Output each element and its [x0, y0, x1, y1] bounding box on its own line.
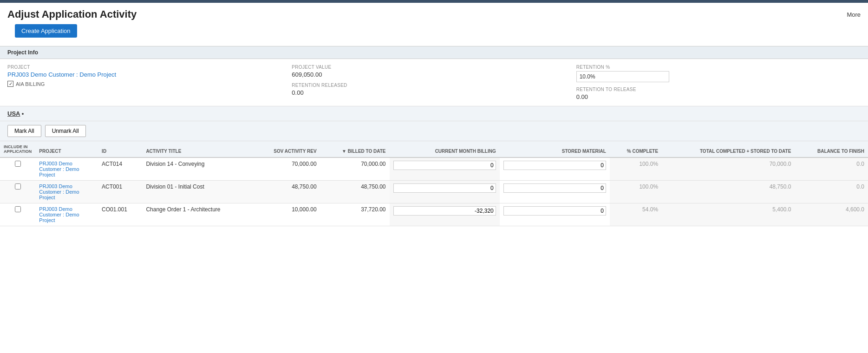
stored-material-input[interactable] [503, 206, 606, 216]
project-label: PROJECT [7, 65, 292, 70]
col-include: INCLUDE IN APPLICATION [0, 141, 35, 157]
row-total-completed: 48,750.0 [662, 181, 795, 203]
row-stored-material[interactable] [500, 157, 610, 181]
retention-pct-label: RETENTION % [576, 65, 861, 70]
row-stored-material[interactable] [500, 203, 610, 226]
sort-indicator: ▼ [342, 149, 348, 154]
more-link[interactable]: More [847, 8, 861, 18]
current-month-input[interactable] [393, 206, 496, 216]
table-row: PRJ003 Demo Customer : Demo Project ACT0… [0, 157, 868, 181]
col-stored-material: STORED MATERIAL [500, 141, 610, 157]
country-dot: • [22, 110, 24, 117]
row-checkbox-cell[interactable] [0, 157, 35, 181]
project-value[interactable]: PRJ003 Demo Customer : Demo Project [7, 71, 292, 78]
project-value-label: PROJECT VALUE [292, 65, 576, 70]
aia-billing-label: AIA BILLING [16, 81, 45, 87]
activity-table: INCLUDE IN APPLICATION PROJECT ID ACTIVI… [0, 141, 868, 226]
row-checkbox[interactable] [15, 161, 21, 167]
row-sov: 10,000.00 [253, 203, 320, 226]
create-application-button[interactable]: Create Application [15, 24, 77, 38]
country-label[interactable]: USA [7, 110, 20, 117]
col-id: ID [98, 141, 142, 157]
aia-billing-checkbox[interactable] [7, 81, 13, 87]
row-activity-title: Division 14 - Conveying [142, 157, 252, 181]
row-checkbox[interactable] [15, 206, 21, 212]
table-row: PRJ003 Demo Customer : Demo Project CO01… [0, 203, 868, 226]
row-id: ACT014 [98, 157, 142, 181]
row-balance: 4,600.0 [795, 203, 868, 226]
stored-material-input[interactable] [503, 161, 606, 170]
row-sov: 70,000.00 [253, 157, 320, 181]
col-total-completed: TOTAL COMPLETED + STORED TO DATE [662, 141, 795, 157]
row-total-completed: 5,400.0 [662, 203, 795, 226]
retention-pct-input[interactable] [576, 71, 669, 82]
col-balance: BALANCE TO FINISH [795, 141, 868, 157]
current-month-input[interactable] [393, 161, 496, 170]
row-billed: 70,000.00 [320, 157, 390, 181]
col-pct-complete: % COMPLETE [610, 141, 662, 157]
col-current-month: CURRENT MONTH BILLING [390, 141, 500, 157]
retention-released-label: RETENTION RELEASED [292, 83, 576, 88]
retention-released-amount: 0.00 [292, 89, 576, 96]
row-current-month[interactable] [390, 181, 500, 203]
stored-material-input[interactable] [503, 183, 606, 193]
row-project: PRJ003 Demo Customer : Demo Project [35, 157, 98, 181]
row-activity-title: Division 01 - Initial Cost [142, 181, 252, 203]
row-balance: 0.0 [795, 181, 868, 203]
unmark-all-button[interactable]: Unmark All [45, 125, 86, 137]
project-value-amount: 609,050.00 [292, 71, 576, 78]
row-sov: 48,750.00 [253, 181, 320, 203]
mark-all-button[interactable]: Mark All [7, 125, 41, 137]
row-total-completed: 70,000.0 [662, 157, 795, 181]
row-checkbox[interactable] [15, 183, 21, 190]
project-info-section-header: Project Info [0, 46, 868, 59]
row-current-month[interactable] [390, 157, 500, 181]
row-id: ACT001 [98, 181, 142, 203]
row-id: CO01.001 [98, 203, 142, 226]
row-activity-title: Change Order 1 - Architecture [142, 203, 252, 226]
row-balance: 0.0 [795, 157, 868, 181]
col-sov: SOV ACTIVITY REV [253, 141, 320, 157]
row-checkbox-cell[interactable] [0, 181, 35, 203]
retention-to-release-label: RETENTION TO RELEASE [576, 87, 861, 92]
col-project: PROJECT [35, 141, 98, 157]
row-stored-material[interactable] [500, 181, 610, 203]
current-month-input[interactable] [393, 183, 496, 193]
col-billed: ▼ BILLED TO DATE [320, 141, 390, 157]
row-pct-complete: 100.0% [610, 181, 662, 203]
row-pct-complete: 54.0% [610, 203, 662, 226]
row-project: PRJ003 Demo Customer : Demo Project [35, 203, 98, 226]
page-title: Adjust Application Activity [7, 8, 137, 20]
row-billed: 37,720.00 [320, 203, 390, 226]
retention-to-release-value: 0.00 [576, 93, 861, 100]
col-activity-title: ACTIVITY TITLE [142, 141, 252, 157]
row-project: PRJ003 Demo Customer : Demo Project [35, 181, 98, 203]
row-pct-complete: 100.0% [610, 157, 662, 181]
table-row: PRJ003 Demo Customer : Demo Project ACT0… [0, 181, 868, 203]
row-billed: 48,750.00 [320, 181, 390, 203]
row-checkbox-cell[interactable] [0, 203, 35, 226]
row-current-month[interactable] [390, 203, 500, 226]
